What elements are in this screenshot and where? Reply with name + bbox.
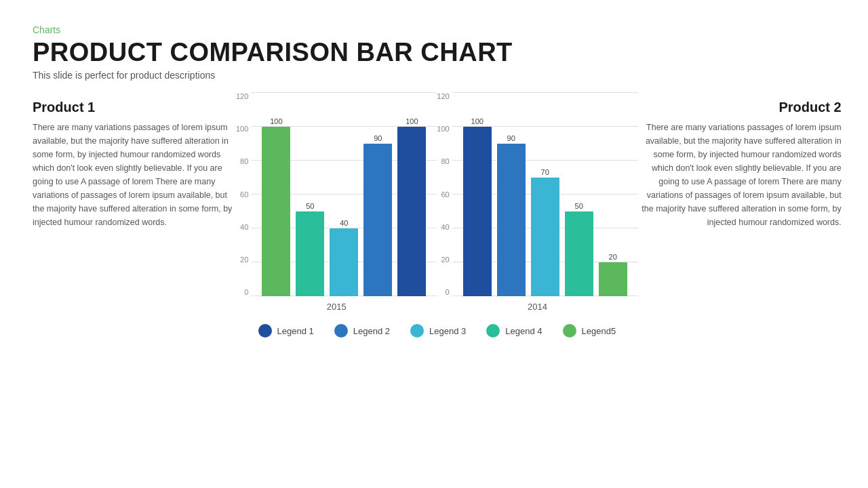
header: Charts PRODUCT COMPARISON BAR CHART This…: [33, 24, 835, 81]
legend-dot: [410, 324, 424, 338]
chart-2015: 0204060801001201005040901002015: [236, 93, 437, 312]
bar-rect: [296, 211, 324, 296]
y-tick: 100: [236, 125, 248, 133]
product1-title: Product 1: [33, 100, 236, 115]
y-tick: 40: [236, 224, 248, 231]
bar-rect: [599, 262, 627, 296]
bar-col-4: 20: [599, 93, 627, 296]
product2-body: There are many variations passages of lo…: [638, 121, 842, 229]
bar-value-label: 90: [507, 134, 515, 142]
bar-col-0: 100: [262, 93, 290, 296]
subtitle: This slide is perfect for product descri…: [33, 70, 835, 81]
bar-value-label: 20: [609, 253, 617, 261]
legend-item-legend2: Legend 2: [334, 324, 390, 338]
bar-rect: [463, 127, 492, 296]
legend-label: Legend5: [582, 326, 616, 336]
y-tick: 60: [236, 191, 248, 199]
legend-item-legend5: Legend5: [563, 324, 616, 338]
y-tick: 100: [437, 125, 449, 133]
legend-dot: [563, 324, 576, 338]
bar-value-label: 70: [541, 168, 549, 176]
y-tick: 60: [437, 191, 449, 199]
bars-2015: 100504090100: [251, 93, 437, 296]
legend-item-legend1: Legend 1: [258, 324, 314, 338]
y-tick: 40: [437, 224, 449, 231]
bar-rect: [531, 178, 559, 296]
bar-col-0: 100: [463, 93, 492, 296]
chart-2014: 020406080100120100907050202014: [437, 93, 637, 312]
bar-col-4: 100: [397, 93, 426, 296]
bars-2014: 10090705020: [452, 93, 638, 296]
bar-col-2: 70: [531, 93, 559, 296]
bar-col-3: 90: [363, 93, 392, 296]
bar-value-label: 90: [374, 134, 382, 142]
bar-rect: [565, 211, 593, 296]
bar-col-3: 50: [565, 93, 593, 296]
product1-body: There are many variations passages of lo…: [33, 121, 236, 229]
main-title: PRODUCT COMPARISON BAR CHART: [33, 38, 835, 67]
bar-value-label: 50: [306, 202, 314, 210]
legend-label: Legend 1: [277, 326, 314, 336]
content-area: Product 1 There are many variations pass…: [33, 93, 835, 474]
y-tick: 20: [236, 256, 248, 264]
y-tick: 80: [236, 158, 248, 165]
charts-label: Charts: [33, 24, 835, 35]
x-axis-label: 2014: [528, 302, 547, 312]
product2-panel: Product 2 There are many variations pass…: [638, 93, 842, 229]
bar-value-label: 100: [270, 117, 282, 125]
bar-value-label: 50: [575, 202, 583, 210]
legend-label: Legend 2: [353, 326, 390, 336]
bar-col-1: 90: [497, 93, 526, 296]
bar-rect: [262, 127, 290, 296]
charts-container: 0204060801001201005040901002015020406080…: [236, 93, 638, 338]
bar-value-label: 100: [406, 117, 418, 125]
x-axis-label: 2015: [327, 302, 347, 312]
y-tick: 0: [437, 289, 449, 296]
chart-area-2015: 020406080100120100504090100: [236, 93, 437, 296]
legend-item-legend4: Legend 4: [486, 324, 542, 338]
bar-rect: [330, 228, 358, 296]
y-tick: 120: [437, 93, 449, 100]
bar-rect: [497, 144, 526, 296]
bar-value-label: 40: [340, 219, 348, 227]
legend-dot: [486, 324, 500, 338]
y-tick: 80: [437, 158, 449, 165]
page: Charts PRODUCT COMPARISON BAR CHART This…: [0, 0, 868, 488]
legend-label: Legend 3: [429, 326, 466, 336]
y-tick: 0: [236, 289, 248, 296]
legend-item-legend3: Legend 3: [410, 324, 466, 338]
legend-label: Legend 4: [505, 326, 542, 336]
legend-dot: [334, 324, 348, 338]
bar-rect: [397, 127, 426, 296]
legend-area: Legend 1Legend 2Legend 3Legend 4Legend5: [258, 324, 616, 338]
bar-col-2: 40: [330, 93, 358, 296]
product2-title: Product 2: [638, 100, 842, 115]
chart-area-2014: 02040608010012010090705020: [437, 93, 637, 296]
bar-col-1: 50: [296, 93, 324, 296]
y-axis-2015: 020406080100120: [236, 93, 248, 296]
bar-rect: [363, 144, 392, 296]
y-tick: 120: [236, 93, 248, 100]
legend-dot: [258, 324, 272, 338]
bar-value-label: 100: [471, 117, 484, 125]
y-tick: 20: [437, 256, 449, 264]
product1-panel: Product 1 There are many variations pass…: [33, 93, 236, 229]
y-axis-2014: 020406080100120: [437, 93, 449, 296]
dual-charts: 0204060801001201005040901002015020406080…: [236, 93, 638, 312]
